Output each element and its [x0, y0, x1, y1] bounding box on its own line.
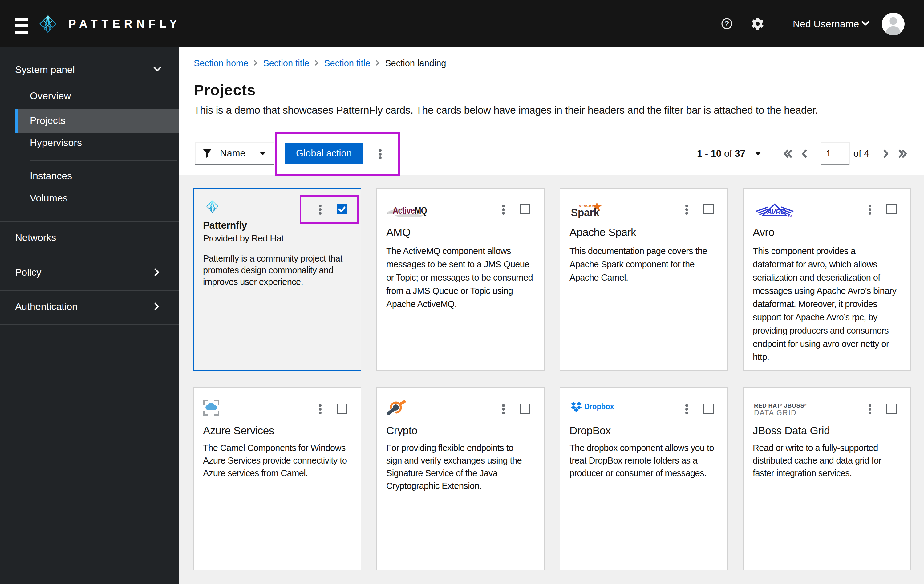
svg-text:TM: TM — [788, 215, 792, 218]
svg-text:AVRO: AVRO — [767, 208, 786, 216]
svg-text:Dropbox: Dropbox — [584, 402, 614, 411]
svg-text:ActiveMQ: ActiveMQ — [393, 205, 427, 216]
svg-text:?: ? — [724, 20, 729, 28]
svg-text:Spark: Spark — [571, 206, 600, 218]
